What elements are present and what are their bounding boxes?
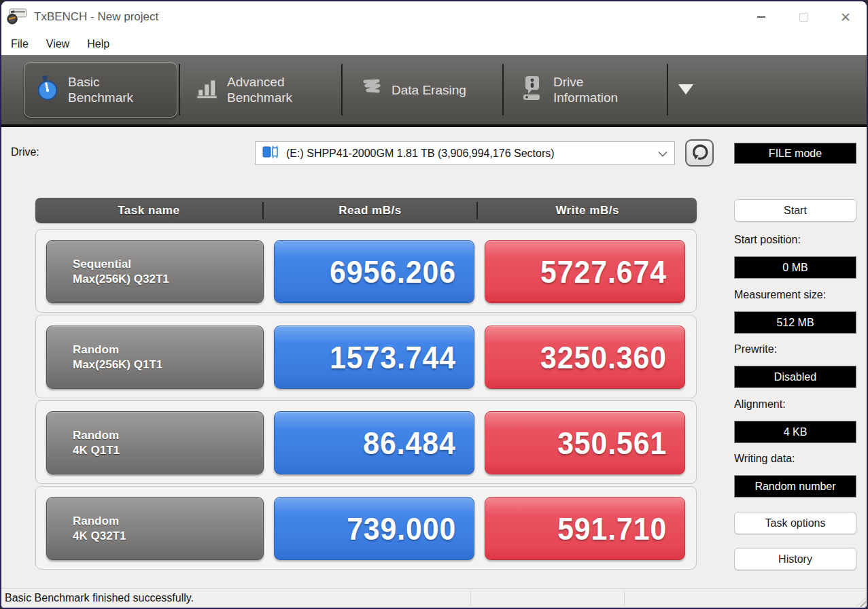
prewrite-value[interactable]: Disabled <box>734 366 856 388</box>
read-value-button[interactable]: 1573.744 <box>274 326 474 389</box>
prewrite-label: Prewrite: <box>734 343 777 355</box>
table-row: Random Max(256K) Q1T1 1573.744 3250.360 <box>35 315 697 398</box>
write-value-button[interactable]: 5727.674 <box>485 240 685 303</box>
app-logo-icon <box>7 7 27 28</box>
app-window: TxBENCH - New project ✕ File View Help <box>0 0 868 609</box>
writing-data-value[interactable]: Random number <box>734 475 856 498</box>
measurement-size-value[interactable]: 512 MB <box>734 311 856 334</box>
minimize-button[interactable] <box>740 1 782 33</box>
table-row: Random 4K Q32T1 739.000 591.710 <box>35 486 697 570</box>
start-position-value[interactable]: 0 MB <box>734 256 856 279</box>
alignment-value[interactable]: 4 KB <box>734 421 856 443</box>
drive-select-value: (E:) SHPP41-2000GM 1.81 TB (3,906,994,17… <box>286 147 658 160</box>
chevron-down-icon <box>678 84 693 106</box>
table-row: Sequential Max(256K) Q32T1 6956.206 5727… <box>35 229 697 313</box>
file-mode-button[interactable]: FILE mode <box>734 143 856 164</box>
resize-grip[interactable] <box>856 597 866 607</box>
menu-view[interactable]: View <box>46 38 69 50</box>
drive-info-icon <box>521 75 545 105</box>
read-value-button[interactable]: 6956.206 <box>274 240 474 303</box>
writing-data-label: Writing data: <box>734 453 795 465</box>
tab-separator <box>179 64 180 116</box>
tab-data-erasing[interactable]: Data Erasing <box>349 62 496 118</box>
title-bar: TxBENCH - New project ✕ <box>1 1 867 33</box>
menu-bar: File View Help <box>1 33 867 55</box>
drive-select[interactable]: (E:) SHPP41-2000GM 1.81 TB (3,906,994,17… <box>255 141 675 165</box>
header-read: Read mB/s <box>264 204 477 218</box>
tab-drive-information-label: DriveInformation <box>553 74 618 105</box>
maximize-button[interactable] <box>782 1 824 33</box>
menu-help[interactable]: Help <box>87 38 109 50</box>
chevron-down-icon <box>658 147 667 160</box>
read-value-button[interactable]: 739.000 <box>274 497 474 560</box>
window-title: TxBENCH - New project <box>34 10 158 24</box>
tab-overflow-button[interactable] <box>678 94 696 109</box>
read-value-button[interactable]: 86.484 <box>274 411 474 474</box>
task-options-button[interactable]: Task options <box>734 512 856 534</box>
tab-bar: BasicBenchmark AdvancedBenchmark <box>1 55 867 127</box>
tab-advanced-benchmark-label: AdvancedBenchmark <box>227 74 292 105</box>
write-value-button[interactable]: 350.561 <box>485 411 685 474</box>
header-write: Write mB/s <box>478 204 697 218</box>
drive-label: Drive: <box>11 146 39 158</box>
status-separator <box>624 591 625 606</box>
tab-separator <box>341 64 343 116</box>
write-value-button[interactable]: 591.710 <box>485 497 685 560</box>
close-icon: ✕ <box>840 11 851 24</box>
start-button[interactable]: Start <box>734 199 856 222</box>
bar-chart-icon <box>196 76 219 103</box>
status-separator <box>470 591 471 606</box>
tab-drive-information[interactable]: DriveInformation <box>510 62 662 118</box>
tab-basic-benchmark[interactable]: BasicBenchmark <box>24 62 177 118</box>
tab-separator <box>667 64 668 116</box>
refresh-icon <box>691 143 709 164</box>
status-message: Basic Benchmark finished successfully. <box>1 592 194 604</box>
history-button[interactable]: History <box>734 548 856 570</box>
window-controls: ✕ <box>740 1 867 33</box>
refresh-drives-button[interactable] <box>685 139 714 167</box>
tab-separator <box>502 64 504 116</box>
drive-icon <box>262 145 280 162</box>
stopwatch-icon <box>35 74 60 105</box>
measurement-size-label: Measurement size: <box>734 289 826 301</box>
menu-file[interactable]: File <box>11 38 29 50</box>
close-button[interactable]: ✕ <box>824 1 867 33</box>
tab-data-erasing-label: Data Erasing <box>392 82 466 98</box>
tab-basic-benchmark-label: BasicBenchmark <box>68 74 133 105</box>
tab-advanced-benchmark[interactable]: AdvancedBenchmark <box>185 62 336 118</box>
alignment-label: Alignment: <box>734 398 786 411</box>
table-row: Random 4K Q1T1 86.484 350.561 <box>35 400 697 484</box>
task-button-random-max256k-q1t1[interactable]: Random Max(256K) Q1T1 <box>46 326 264 389</box>
task-button-random-4k-q1t1[interactable]: Random 4K Q1T1 <box>46 411 264 474</box>
header-task-name: Task name <box>35 204 262 218</box>
results-table-header: Task name Read mB/s Write mB/s <box>35 198 697 223</box>
minimize-icon <box>757 16 765 18</box>
task-button-random-4k-q32t1[interactable]: Random 4K Q32T1 <box>46 497 264 560</box>
write-value-button[interactable]: 3250.360 <box>485 326 685 389</box>
scribble-icon <box>360 77 383 103</box>
start-position-label: Start position: <box>734 234 801 246</box>
maximize-icon <box>799 13 808 22</box>
task-button-sequential-max256k-q32t1[interactable]: Sequential Max(256K) Q32T1 <box>46 240 264 303</box>
status-bar: Basic Benchmark finished successfully. <box>1 588 867 608</box>
